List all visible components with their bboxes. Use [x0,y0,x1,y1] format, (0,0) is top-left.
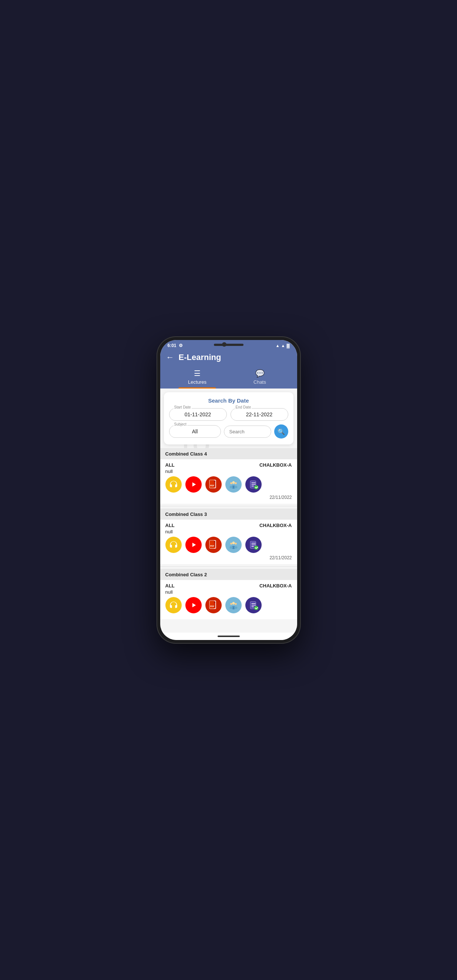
phone-device: 6:01 ⚙ ▲ ▲ ▓ ← E-Learning ☰ Lectures [157,336,301,644]
class-all-label: ALL [165,462,175,468]
youtube-icon[interactable] [186,476,202,493]
class-chalkbox-label: CHALKBOX-A [259,583,292,589]
phone-screen: 6:01 ⚙ ▲ ▲ ▓ ← E-Learning ☰ Lectures [160,340,297,640]
class-date: 22/11/2022 [165,495,292,500]
people-icon[interactable] [225,476,242,493]
tab-lectures[interactable]: ☰ Lectures [166,366,228,388]
svg-point-7 [230,482,232,484]
subject-search-row: Subject 🔍 [169,425,288,439]
subject-input[interactable] [169,425,221,438]
svg-point-41 [230,603,232,605]
subject-label: Subject [173,422,187,426]
search-input-wrap [224,426,271,438]
wifi-icon: ▲ [276,343,280,348]
signal-icon: ▲ [281,343,285,348]
end-date-input[interactable] [230,408,288,421]
assignment-icon[interactable] [245,597,262,613]
icons-row: PDF [165,537,292,553]
lectures-label: Lectures [188,379,206,385]
tab-chats[interactable]: 💬 Chats [228,366,291,388]
class-null-label: null [165,529,292,535]
class-meta: ALL CHALKBOX-A [165,462,292,468]
card-divider [160,506,297,506]
svg-point-33 [254,546,258,550]
app-title: E-Learning [179,353,221,362]
settings-icon: ⚙ [179,343,183,348]
chats-label: Chats [254,379,266,385]
status-time: 6:01 [168,343,176,348]
people-icon[interactable] [225,597,242,613]
headphone-icon[interactable] [165,537,182,553]
class-card: Combined Class 3 ALL CHALKBOX-A null PDF… [160,509,297,564]
pdf-icon[interactable]: PDF [205,597,222,613]
assignment-icon[interactable] [245,537,262,553]
class-chalkbox-label: CHALKBOX-A [259,462,292,468]
svg-point-25 [235,542,236,544]
search-input[interactable] [224,426,271,438]
svg-point-24 [230,542,232,544]
phone-speaker [214,344,243,346]
class-meta: ALL CHALKBOX-A [165,523,292,528]
svg-point-50 [254,606,258,610]
class-all-label: ALL [165,583,175,589]
start-date-field: Start Date [169,408,227,421]
chats-icon: 💬 [255,369,265,378]
class-card-header: Combined Class 2 [160,569,297,580]
class-card-header: Combined Class 3 [160,509,297,520]
search-panel: Search By Date Start Date End Date Subje… [164,392,294,444]
svg-point-11 [234,486,237,488]
svg-point-16 [254,485,258,489]
end-date-field: End Date [230,408,288,421]
svg-point-45 [234,607,237,609]
back-button[interactable]: ← [166,353,174,362]
class-card: Combined Class 2 ALL CHALKBOX-A null PDF [160,569,297,619]
lectures-icon: ☰ [194,369,201,378]
svg-point-44 [229,607,233,609]
svg-point-28 [234,546,237,549]
status-left: 6:01 ⚙ [168,343,183,348]
headphone-icon[interactable] [165,476,182,493]
main-content: BACK TOSCHOOL Search By Date Start Date … [160,388,297,633]
svg-point-40 [232,602,235,605]
search-button[interactable]: 🔍 [274,425,288,439]
home-indicator [217,636,240,637]
phone-camera [222,342,227,347]
class-all-label: ALL [165,523,175,528]
app-header: ← E-Learning ☰ Lectures 💬 Chats [160,350,297,388]
pdf-icon[interactable]: PDF [205,476,222,493]
class-date: 22/11/2022 [165,555,292,560]
youtube-icon[interactable] [186,537,202,553]
class-name: Combined Class 4 [165,451,207,457]
search-icon: 🔍 [278,428,285,435]
svg-text:PDF: PDF [210,545,214,547]
search-by-date-title: Search By Date [169,398,288,404]
svg-text:PDF: PDF [210,484,214,487]
date-row: Start Date End Date [169,408,288,421]
youtube-icon[interactable] [186,597,202,613]
class-card: Combined Class 4 ALL CHALKBOX-A null PDF… [160,448,297,504]
class-cards-container: Combined Class 4 ALL CHALKBOX-A null PDF… [160,448,297,619]
header-top: ← E-Learning [166,353,291,366]
headphone-icon[interactable] [165,597,182,613]
svg-point-42 [235,603,236,605]
svg-point-6 [232,481,235,484]
start-date-label: Start Date [173,405,192,409]
tab-bar: ☰ Lectures 💬 Chats [166,366,291,388]
card-divider [160,566,297,567]
people-icon[interactable] [225,537,242,553]
class-null-label: null [165,589,292,595]
icons-row: PDF [165,597,292,613]
status-right: ▲ ▲ ▓ [276,343,290,348]
icons-row: PDF [165,476,292,493]
svg-point-23 [232,541,235,544]
svg-point-10 [229,486,233,488]
class-meta: ALL CHALKBOX-A [165,583,292,589]
assignment-icon[interactable] [245,476,262,493]
start-date-input[interactable] [169,408,227,421]
end-date-label: End Date [235,405,252,409]
class-chalkbox-label: CHALKBOX-A [259,523,292,528]
svg-point-8 [235,482,236,484]
pdf-icon[interactable]: PDF [205,537,222,553]
class-name: Combined Class 2 [165,572,207,578]
svg-point-27 [229,546,233,549]
